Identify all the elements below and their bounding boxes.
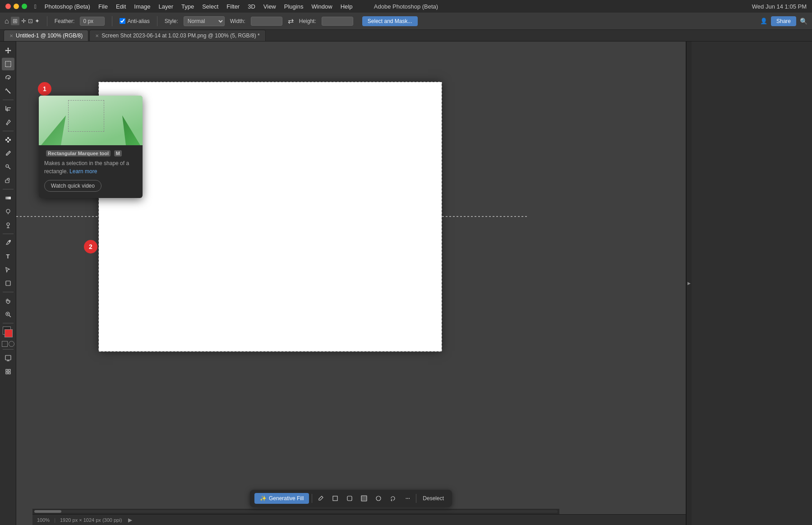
tab-screenshot[interactable]: ✕ Screen Shot 2023-06-14 at 1.02.03 PM.p… [89, 30, 265, 41]
eraser-tool[interactable] [2, 174, 14, 187]
tooltip-selection-box [68, 100, 104, 132]
maximize-button[interactable] [22, 4, 27, 9]
eyedropper-tool[interactable] [2, 116, 14, 129]
svg-rect-2 [7, 137, 9, 139]
share-icon[interactable]: 👤 [760, 18, 767, 24]
svg-rect-22 [6, 369, 8, 371]
image-menu[interactable]: Image [134, 3, 150, 10]
standard-mode[interactable] [2, 341, 8, 347]
layer-menu[interactable]: Layer [158, 3, 173, 10]
svg-point-9 [6, 209, 10, 213]
move-tool[interactable] [2, 44, 14, 57]
feather-label: Feather: [55, 18, 75, 24]
close-button[interactable] [5, 4, 11, 9]
canvas-area[interactable]: 1 ▶ Rectangular Marquee tool M Makes a s… [16, 41, 686, 525]
panel-collapse-strip[interactable]: ▶ [686, 41, 692, 525]
transform-icon[interactable]: ⊡ [28, 18, 33, 24]
quick-mask-mode[interactable] [9, 341, 14, 347]
grid-icon[interactable]: ⊞ [11, 17, 19, 25]
scrollbar-track [34, 510, 558, 513]
healing-tool[interactable] [2, 134, 14, 146]
lasso-tool[interactable] [2, 71, 14, 84]
divider-3 [3, 189, 14, 189]
plugins-tool[interactable] [2, 365, 14, 378]
tab-untitled[interactable]: ✕ Untitled-1 @ 100% (RGB/8) [4, 30, 88, 41]
search-icon[interactable]: 🔍 [800, 18, 807, 25]
gradient-tool[interactable] [2, 192, 14, 204]
color-boxes[interactable] [2, 327, 14, 339]
select-mask-button[interactable]: Select and Mask... [362, 16, 418, 26]
foreground-color[interactable] [5, 329, 13, 337]
screen-mode-tool[interactable] [2, 352, 14, 364]
tab-close-1[interactable]: ✕ [9, 33, 13, 38]
tab-close-2[interactable]: ✕ [95, 33, 99, 38]
btb-rotate-icon[interactable] [387, 493, 399, 504]
height-input[interactable] [322, 17, 353, 26]
width-input[interactable] [251, 17, 282, 26]
share-button[interactable]: Share [771, 16, 796, 26]
marquee-tool[interactable] [2, 58, 14, 70]
clone-tool[interactable] [2, 161, 14, 173]
view-menu[interactable]: View [263, 3, 276, 10]
info-icon[interactable]: ▶ [128, 517, 132, 523]
select-menu[interactable]: Select [202, 3, 218, 10]
brush-tool[interactable] [2, 147, 14, 160]
path-select-tool[interactable] [2, 263, 14, 276]
btb-transform-icon[interactable] [329, 493, 341, 504]
btb-stroke-icon[interactable] [373, 493, 384, 504]
btb-brush-icon[interactable] [315, 493, 327, 504]
tab-label-2: Screen Shot 2023-06-14 at 1.02.03 PM.png… [102, 32, 259, 39]
right-panel: ▶ Color Swatches Gradients Patterns ≡ [686, 41, 812, 525]
minimize-button[interactable] [14, 4, 19, 9]
filter-menu[interactable]: Filter [226, 3, 240, 10]
app-menu[interactable]: Photoshop (Beta) [45, 3, 90, 10]
edit-menu[interactable]: Edit [116, 3, 126, 10]
svg-rect-26 [99, 82, 442, 351]
anti-alias-checkbox[interactable] [120, 18, 125, 24]
tabs-bar: ✕ Untitled-1 @ 100% (RGB/8) ✕ Screen Sho… [0, 30, 812, 41]
style-select[interactable]: Normal Fixed Ratio Fixed Size [184, 16, 225, 26]
3d-menu[interactable]: 3D [248, 3, 255, 10]
move-icon[interactable]: ✛ [21, 18, 26, 24]
traffic-lights[interactable] [5, 4, 27, 9]
plugins-menu[interactable]: Plugins [284, 3, 304, 10]
scrollbar-thumb[interactable] [34, 510, 61, 513]
svg-point-31 [376, 496, 381, 501]
tooltip-shortcut: M [114, 150, 122, 157]
pen-tool[interactable] [2, 236, 14, 249]
hand-tool[interactable] [2, 295, 14, 307]
generative-fill-button[interactable]: ✨ Generative Fill [254, 493, 309, 504]
text-tool[interactable]: T [2, 250, 14, 262]
btb-more-icon[interactable]: ··· [401, 493, 413, 504]
svg-rect-5 [9, 139, 11, 141]
menu-bar[interactable]:  Photoshop (Beta) File Edit Image Layer… [34, 3, 352, 10]
type-menu[interactable]: Type [181, 3, 194, 10]
tool-icon-group: ⌂ ⊞ ✛ ⊡ ✦ [5, 17, 40, 25]
crop-tool[interactable] [2, 102, 14, 115]
divider-6 [3, 323, 14, 323]
apple-menu[interactable]:  [34, 3, 37, 10]
dodge-tool[interactable] [2, 219, 14, 231]
shape-tool[interactable] [2, 277, 14, 290]
h-scrollbar[interactable] [32, 509, 559, 514]
style-label: Style: [165, 18, 178, 24]
zoom-tool[interactable] [2, 308, 14, 321]
learn-more-link[interactable]: Learn more [69, 168, 97, 175]
canvas-white[interactable] [99, 82, 442, 351]
file-menu[interactable]: File [98, 3, 108, 10]
anti-alias-group[interactable]: Anti-alias [120, 18, 149, 24]
title-bar-right: Wed Jun 14 1:05 PM [752, 3, 807, 10]
feather-input[interactable] [80, 17, 105, 26]
btb-fill-icon[interactable] [358, 493, 370, 504]
btb-warp-icon[interactable] [344, 493, 355, 504]
blur-tool[interactable] [2, 205, 14, 218]
svg-line-1 [7, 90, 10, 93]
window-menu[interactable]: Window [311, 3, 332, 10]
magic-wand-tool[interactable] [2, 85, 14, 97]
deselect-button[interactable]: Deselect [419, 493, 448, 503]
help-menu[interactable]: Help [341, 3, 353, 10]
home-icon[interactable]: ⌂ [5, 17, 9, 25]
watch-video-button[interactable]: Watch quick video [44, 180, 102, 192]
magic-icon[interactable]: ✦ [35, 18, 40, 24]
swap-icon[interactable]: ⇄ [288, 17, 294, 25]
